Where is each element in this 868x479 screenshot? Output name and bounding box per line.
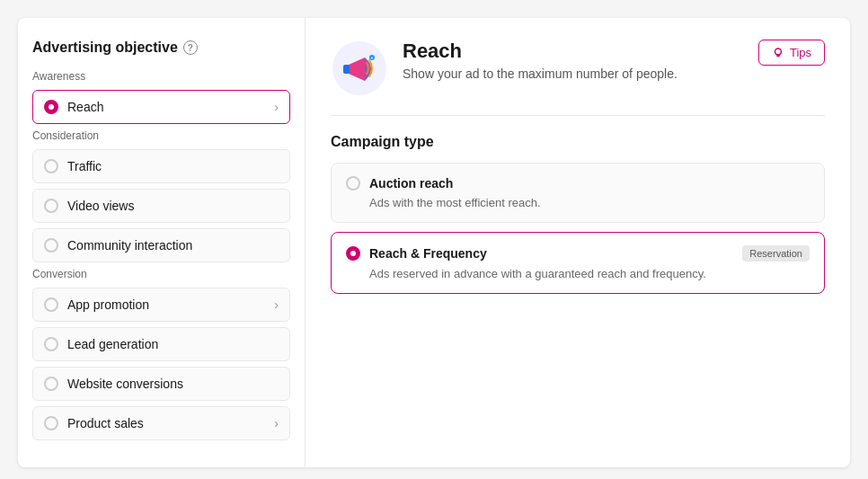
- reach-header: + Reach Show your ad to the maximum numb…: [331, 40, 825, 97]
- reach-frequency-desc: Ads reserved in advance with a guarantee…: [369, 267, 810, 280]
- radio-website-conversions: [44, 377, 58, 391]
- right-panel: + Reach Show your ad to the maximum numb…: [306, 18, 850, 467]
- conversion-label: Conversion: [32, 268, 290, 280]
- svg-text:+: +: [371, 55, 374, 60]
- reach-info: Reach Show your ad to the maximum number…: [403, 40, 744, 81]
- auction-reach-desc: Ads with the most efficient reach.: [369, 196, 810, 209]
- chevron-app-promotion-icon: ›: [274, 297, 279, 312]
- radio-video-views: [44, 199, 58, 213]
- awareness-label: Awareness: [32, 70, 290, 83]
- option-traffic-label: Traffic: [67, 159, 279, 173]
- option-website-conversions[interactable]: Website conversions: [32, 367, 290, 401]
- option-reach-label: Reach: [67, 100, 265, 114]
- consideration-label: Consideration: [32, 129, 290, 142]
- option-lead-generation[interactable]: Lead generation: [32, 327, 290, 361]
- radio-app-promotion: [44, 297, 58, 312]
- chevron-reach-icon: ›: [274, 100, 279, 114]
- reach-title: Reach: [403, 40, 744, 63]
- left-panel: Advertising objective ? Awareness Reach …: [18, 18, 306, 467]
- megaphone-icon: +: [331, 40, 388, 97]
- chevron-product-sales-icon: ›: [274, 416, 279, 430]
- option-product-sales[interactable]: Product sales ›: [32, 406, 290, 440]
- tips-button[interactable]: Tips: [758, 40, 825, 66]
- option-product-sales-label: Product sales: [67, 416, 265, 430]
- auction-reach-header: Auction reach: [346, 176, 810, 191]
- main-container: Advertising objective ? Awareness Reach …: [18, 18, 850, 467]
- svg-rect-1: [343, 65, 350, 74]
- lightbulb-icon: [772, 47, 784, 59]
- panel-title: Advertising objective ?: [32, 40, 290, 56]
- advertising-objective-title: Advertising objective: [32, 40, 178, 56]
- radio-traffic: [44, 159, 58, 173]
- option-traffic[interactable]: Traffic: [32, 149, 290, 183]
- radio-reach: [44, 100, 58, 114]
- option-app-promotion[interactable]: App promotion ›: [32, 288, 290, 322]
- campaign-type-label: Campaign type: [331, 134, 825, 150]
- campaign-option-auction-reach[interactable]: Auction reach Ads with the most efficien…: [331, 163, 825, 223]
- reservation-badge: Reservation: [742, 245, 810, 262]
- campaign-option-reach-frequency[interactable]: Reach & Frequency Reservation Ads reserv…: [331, 232, 825, 294]
- option-community-interaction[interactable]: Community interaction: [32, 228, 290, 262]
- radio-lead-generation: [44, 337, 58, 351]
- help-icon[interactable]: ?: [183, 40, 198, 55]
- auction-reach-title: Auction reach: [369, 176, 810, 191]
- option-reach[interactable]: Reach ›: [32, 90, 290, 124]
- reach-icon-wrap: +: [331, 40, 388, 97]
- radio-product-sales: [44, 416, 58, 430]
- divider: [331, 115, 825, 116]
- radio-auction-reach: [346, 176, 360, 191]
- option-website-conversions-label: Website conversions: [67, 377, 279, 391]
- option-video-views[interactable]: Video views: [32, 189, 290, 223]
- option-community-interaction-label: Community interaction: [67, 238, 279, 253]
- svg-point-4: [775, 49, 781, 55]
- option-app-promotion-label: App promotion: [67, 297, 265, 312]
- radio-community-interaction: [44, 238, 58, 253]
- reach-frequency-title: Reach & Frequency: [369, 246, 733, 261]
- reach-frequency-header: Reach & Frequency Reservation: [346, 245, 810, 262]
- reach-desc: Show your ad to the maximum number of pe…: [403, 67, 744, 81]
- radio-reach-frequency: [346, 246, 360, 261]
- option-video-views-label: Video views: [67, 199, 279, 213]
- option-lead-generation-label: Lead generation: [67, 337, 279, 351]
